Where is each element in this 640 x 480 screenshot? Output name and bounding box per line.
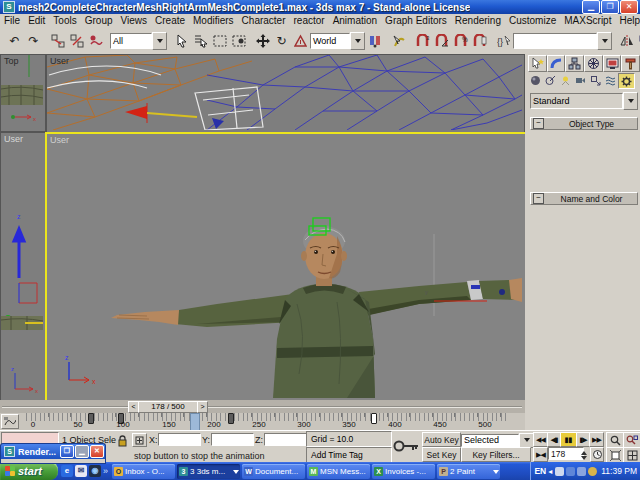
menu-create[interactable]: Create bbox=[151, 15, 189, 26]
selection-lock-icon[interactable] bbox=[117, 433, 128, 451]
collapse-icon[interactable]: − bbox=[533, 193, 544, 204]
display-tab-icon[interactable] bbox=[603, 55, 622, 72]
zoom-all-icon[interactable] bbox=[623, 432, 640, 448]
spinner-snap-toggle-icon[interactable] bbox=[471, 32, 489, 50]
key-filter-dropdown[interactable]: Selected bbox=[461, 432, 534, 448]
task-group-arrow-icon[interactable] bbox=[233, 470, 239, 477]
object-type-rollout[interactable]: − Object Type bbox=[530, 117, 638, 130]
menu-edit[interactable]: Edit bbox=[24, 15, 49, 26]
select-and-move-icon[interactable] bbox=[254, 32, 272, 50]
outlook-express-icon[interactable]: ✉ bbox=[75, 465, 87, 477]
go-to-start-icon[interactable]: ◀◀ bbox=[533, 432, 548, 447]
y-coordinate-field[interactable] bbox=[211, 433, 254, 446]
menu-rendering[interactable]: Rendering bbox=[451, 15, 505, 26]
undo-icon[interactable]: ↶ bbox=[6, 32, 24, 50]
align-icon[interactable] bbox=[637, 32, 640, 50]
keyframe-marker-hollow[interactable] bbox=[371, 413, 377, 424]
space-warps-icon[interactable] bbox=[603, 73, 618, 87]
snaps-toggle-icon[interactable]: 3 bbox=[414, 32, 432, 50]
viewport-wireframe-user[interactable]: User bbox=[46, 54, 525, 133]
close-button[interactable]: ✕ bbox=[620, 0, 638, 14]
keyframe-marker[interactable] bbox=[228, 413, 234, 424]
tray-icon-3[interactable] bbox=[577, 467, 586, 476]
taskbar-task-paint-group[interactable]: P 2 Paint bbox=[437, 464, 500, 479]
frame-spinner[interactable] bbox=[580, 447, 588, 460]
utilities-tab-icon[interactable] bbox=[621, 55, 640, 72]
taskbar-task-invoices[interactable]: X Invoices -... bbox=[372, 464, 435, 479]
render-minimize-icon[interactable]: ▁ bbox=[75, 445, 89, 458]
dropdown-arrow-icon[interactable] bbox=[597, 32, 612, 50]
redo-icon[interactable]: ↷ bbox=[25, 32, 43, 50]
select-and-manipulate-icon[interactable] bbox=[390, 32, 408, 50]
menu-character[interactable]: Character bbox=[238, 15, 290, 26]
menu-reactor[interactable]: reactor bbox=[290, 15, 329, 26]
tray-collapse-chevron[interactable]: ◂ bbox=[548, 467, 552, 476]
zoom-icon[interactable] bbox=[606, 432, 624, 448]
render-window[interactable]: S Render... ❐ ▁ ✕ bbox=[0, 443, 106, 462]
z-coordinate-field[interactable] bbox=[264, 433, 307, 446]
collapse-icon[interactable]: − bbox=[533, 118, 544, 129]
select-and-link-icon[interactable] bbox=[49, 32, 67, 50]
previous-frame-icon[interactable]: ◀▮ bbox=[547, 432, 561, 447]
modify-tab-icon[interactable] bbox=[547, 55, 566, 72]
select-object-icon[interactable] bbox=[173, 32, 191, 50]
angle-snap-toggle-icon[interactable] bbox=[433, 32, 451, 50]
render-close-icon[interactable]: ✕ bbox=[90, 445, 104, 458]
tray-icon-4[interactable] bbox=[588, 467, 597, 476]
geometry-icon[interactable] bbox=[528, 73, 543, 87]
select-and-scale-icon[interactable] bbox=[292, 32, 310, 50]
viewport-main-user[interactable]: y bbox=[45, 132, 527, 404]
taskbar-task-msn[interactable]: M MSN Mess... bbox=[307, 464, 370, 479]
media-player-icon[interactable]: ◉ bbox=[89, 465, 101, 477]
menu-customize[interactable]: Customize bbox=[505, 15, 560, 26]
cameras-icon[interactable] bbox=[573, 73, 588, 87]
key-filters-button[interactable]: Key Filters... bbox=[461, 447, 531, 462]
system-category-dropdown[interactable]: Standard bbox=[530, 93, 638, 109]
use-pivot-point-center-icon[interactable] bbox=[366, 32, 384, 50]
systems-icon[interactable] bbox=[618, 73, 635, 89]
unlink-selection-icon[interactable] bbox=[68, 32, 86, 50]
shapes-icon[interactable] bbox=[543, 73, 558, 87]
dropdown-arrow-icon[interactable] bbox=[623, 92, 638, 110]
set-keys-key-icon[interactable] bbox=[392, 437, 420, 459]
minimize-button[interactable]: ▁ bbox=[582, 0, 600, 14]
auto-key-button[interactable]: Auto Key bbox=[422, 432, 461, 447]
language-indicator[interactable]: EN bbox=[534, 466, 546, 476]
pause-icon[interactable]: ▮▮ bbox=[560, 432, 577, 447]
edit-named-selection-sets-icon[interactable]: {} bbox=[495, 32, 513, 50]
mirror-icon[interactable] bbox=[618, 32, 636, 50]
next-frame-arrow[interactable]: > bbox=[197, 401, 208, 413]
reference-coordsys-dropdown[interactable]: World bbox=[310, 33, 365, 49]
time-slider-handle[interactable]: 178 / 500 bbox=[138, 401, 198, 413]
taskbar-task-inbox[interactable]: O Inbox - O... bbox=[112, 464, 175, 479]
percent-snap-toggle-icon[interactable]: % bbox=[452, 32, 470, 50]
render-restore-icon[interactable]: ❐ bbox=[60, 445, 74, 458]
window-crossing-toggle-icon[interactable] bbox=[230, 32, 248, 50]
named-selection-sets-dropdown[interactable] bbox=[513, 33, 612, 49]
menu-help[interactable]: Help bbox=[615, 15, 640, 26]
zoom-extents-icon[interactable] bbox=[606, 447, 624, 463]
add-time-tag[interactable]: Add Time Tag bbox=[306, 447, 392, 463]
track-bar[interactable]: 0 50 100 150 200 250 300 350 400 450 500 bbox=[0, 413, 525, 430]
current-frame-field[interactable]: 178 bbox=[548, 447, 584, 460]
tray-icon-2[interactable] bbox=[566, 467, 575, 476]
quick-launch-overflow-chevron[interactable]: » bbox=[103, 466, 108, 476]
menu-views[interactable]: Views bbox=[117, 15, 152, 26]
hierarchy-tab-icon[interactable] bbox=[565, 55, 584, 72]
bind-to-space-warp-icon[interactable] bbox=[87, 32, 105, 50]
helpers-icon[interactable] bbox=[588, 73, 603, 87]
select-by-name-icon[interactable] bbox=[192, 32, 210, 50]
viewport-top[interactable]: x Top bbox=[0, 54, 46, 132]
name-color-rollout[interactable]: − Name and Color bbox=[530, 192, 638, 205]
dropdown-arrow-icon[interactable] bbox=[152, 32, 167, 50]
menu-animation[interactable]: Animation bbox=[329, 15, 381, 26]
set-key-button[interactable]: Set Key bbox=[422, 447, 461, 462]
menu-tools[interactable]: Tools bbox=[49, 15, 80, 26]
menu-file[interactable]: File bbox=[0, 15, 24, 26]
absolute-offset-toggle[interactable] bbox=[132, 433, 147, 447]
time-configuration-icon[interactable] bbox=[590, 447, 604, 462]
menu-group[interactable]: Group bbox=[81, 15, 117, 26]
taskbar-task-3dsmax-group[interactable]: 3 3 3ds m... bbox=[177, 464, 240, 479]
dropdown-arrow-icon[interactable] bbox=[519, 433, 534, 448]
key-mode-toggle-icon[interactable]: ▶◀ bbox=[533, 447, 548, 462]
